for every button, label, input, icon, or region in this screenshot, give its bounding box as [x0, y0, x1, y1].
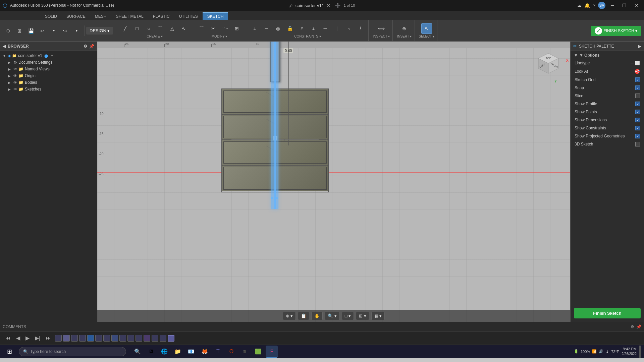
- timeline-item-4[interactable]: [79, 335, 86, 342]
- smooth-tool[interactable]: /: [355, 23, 366, 34]
- finish-sketch-top-btn[interactable]: ✓ FINISH SKETCH ▾: [591, 26, 641, 36]
- browser-pin-icon[interactable]: 📌: [89, 44, 94, 49]
- tab-mesh[interactable]: MESH: [90, 12, 111, 20]
- look-at-icon[interactable]: 🎯: [634, 69, 640, 74]
- taskbar-app-firefox[interactable]: 🦊: [199, 346, 211, 358]
- tab-solid[interactable]: SOLID: [40, 12, 62, 20]
- select-tool[interactable]: ↖: [421, 23, 432, 34]
- tangent-tool[interactable]: ∩: [343, 23, 354, 34]
- tab-utilities[interactable]: UTILITIES: [174, 12, 203, 20]
- design-mode-btn[interactable]: DESIGN ▾: [86, 27, 113, 35]
- help-icon[interactable]: ?: [593, 3, 595, 8]
- btn-prev[interactable]: ◀: [15, 334, 21, 343]
- browser-item-doc-settings[interactable]: ▶ ⚙ Document Settings: [0, 59, 97, 66]
- fixed-tool[interactable]: 🔒: [284, 23, 295, 34]
- tab-plastic[interactable]: PLASTIC: [148, 12, 174, 20]
- browser-item-named-views[interactable]: ▶ 👁 📁 Named Views: [0, 66, 97, 72]
- taskbar-app-taskview[interactable]: 🖥: [145, 346, 157, 358]
- concentric-tool[interactable]: ◎: [273, 23, 283, 34]
- trim-tool[interactable]: ✂: [208, 23, 219, 34]
- taskbar-app-search[interactable]: 🔍: [131, 346, 144, 358]
- taskbar-app-office[interactable]: O: [225, 346, 237, 358]
- pan-btn[interactable]: ✋: [311, 312, 323, 320]
- show-points-checkbox[interactable]: [635, 110, 640, 114]
- viewcube[interactable]: TOP LEFT FRONT X Y: [537, 52, 564, 78]
- linetype-dashed-icon[interactable]: ⬜: [635, 61, 640, 65]
- taskbar-app-edge[interactable]: 🌐: [158, 346, 170, 358]
- taskbar-app-explorer[interactable]: 📁: [172, 346, 184, 358]
- sketches-eye-icon[interactable]: 👁: [13, 87, 17, 91]
- minimize-btn[interactable]: ─: [608, 2, 617, 9]
- home-btn[interactable]: ⬡: [3, 25, 13, 36]
- timeline-item-6[interactable]: [95, 335, 102, 342]
- undo-btn[interactable]: ↩: [37, 25, 48, 36]
- polygon-tool[interactable]: △: [167, 23, 177, 34]
- grid-btn[interactable]: ⊞: [14, 25, 25, 36]
- spline-tool[interactable]: ∿: [178, 23, 189, 34]
- viewcube-face[interactable]: TOP LEFT FRONT: [537, 52, 560, 75]
- redo-btn[interactable]: ↪: [60, 25, 70, 36]
- timeline-item-12[interactable]: [144, 335, 150, 342]
- finish-sketch-palette-btn[interactable]: Finish Sketch: [574, 308, 641, 318]
- add-tab-btn[interactable]: ➕: [335, 3, 340, 8]
- timeline-item-13[interactable]: [152, 335, 158, 342]
- root-options-icon[interactable]: ⋯: [51, 53, 55, 58]
- line-tool[interactable]: ╱: [120, 23, 130, 34]
- fillet-tool[interactable]: ⌒: [196, 23, 207, 34]
- slice-checkbox[interactable]: [635, 94, 640, 98]
- bodies-eye-icon[interactable]: 👁: [13, 80, 17, 84]
- perp-tool[interactable]: ⊥: [308, 23, 319, 34]
- close-btn[interactable]: ✕: [632, 2, 641, 9]
- btn-play[interactable]: ▶: [24, 334, 31, 343]
- measure-tool[interactable]: ⟺: [376, 23, 387, 34]
- taskbar-app-minecraft[interactable]: 🟩: [252, 346, 264, 358]
- maximize-btn[interactable]: ☐: [620, 2, 629, 9]
- browser-settings-icon[interactable]: ⚙: [84, 44, 87, 49]
- linetype-solid-icon[interactable]: ─: [631, 61, 634, 65]
- redo-dropdown-btn[interactable]: ▾: [71, 25, 82, 36]
- user-avatar[interactable]: SA: [598, 2, 605, 9]
- tab-surface[interactable]: SURFACE: [62, 12, 90, 20]
- 3d-sketch-checkbox[interactable]: [635, 142, 640, 146]
- show-profile-checkbox[interactable]: [635, 102, 640, 106]
- collinear-tool[interactable]: ─: [261, 23, 272, 34]
- offset-tool[interactable]: ⊞: [231, 23, 242, 34]
- browser-collapse-icon[interactable]: ◀: [3, 44, 6, 49]
- timeline-item-8[interactable]: [111, 335, 118, 342]
- sketch-grid-checkbox[interactable]: [635, 77, 640, 82]
- show-constraints-checkbox[interactable]: [635, 126, 640, 130]
- timeline-item-15[interactable]: [168, 335, 174, 342]
- notification-icon[interactable]: 🔔: [584, 3, 590, 8]
- snap-checkbox[interactable]: [635, 85, 640, 90]
- rect-tool[interactable]: □: [131, 23, 142, 34]
- undo-dropdown-btn[interactable]: ▾: [48, 25, 59, 36]
- timeline-item-9[interactable]: [119, 335, 126, 342]
- parallel-tool[interactable]: //: [296, 23, 307, 34]
- appearance-btn[interactable]: 📋: [298, 312, 309, 320]
- windows-start-btn[interactable]: ⊞: [3, 346, 16, 357]
- browser-item-sketches[interactable]: ▶ 👁 📁 Sketches: [0, 86, 97, 93]
- viewport[interactable]: -25 -20 -15 -10 -25 -20 -15 -10: [97, 42, 570, 322]
- orbit-btn[interactable]: ⊕ ▾: [283, 312, 296, 320]
- horiz-tool[interactable]: ─: [320, 23, 330, 34]
- taskbar-app-fusion[interactable]: F: [266, 346, 278, 358]
- vert-tool[interactable]: |: [331, 23, 342, 34]
- browser-item-root[interactable]: ▼ ◆ 📁 coin sorter v1 ⬤ ⋯: [0, 52, 97, 59]
- timeline-item-11[interactable]: [136, 335, 142, 342]
- circle-tool[interactable]: ○: [143, 23, 154, 34]
- timeline-item-7[interactable]: [103, 335, 110, 342]
- comments-pin-icon[interactable]: 📌: [636, 324, 641, 329]
- taskbar-app-unity[interactable]: ◾: [239, 346, 251, 358]
- btn-first[interactable]: ⏮: [4, 334, 12, 343]
- display-mode-btn[interactable]: □ ▾: [342, 312, 354, 320]
- viewport-layout-btn[interactable]: ▦ ▾: [371, 312, 385, 320]
- origin-eye-icon[interactable]: 👁: [13, 74, 17, 78]
- timeline-item-1[interactable]: [55, 335, 62, 342]
- palette-options-section[interactable]: ▼ ▼ Options: [571, 51, 644, 59]
- btn-last[interactable]: ⏭: [44, 334, 52, 343]
- timeline-item-3[interactable]: [71, 335, 78, 342]
- coincident-tool[interactable]: ⊥: [249, 23, 260, 34]
- named-eye-icon[interactable]: 👁: [13, 67, 17, 71]
- timeline-item-14[interactable]: [160, 335, 166, 342]
- show-projected-checkbox[interactable]: [635, 134, 640, 138]
